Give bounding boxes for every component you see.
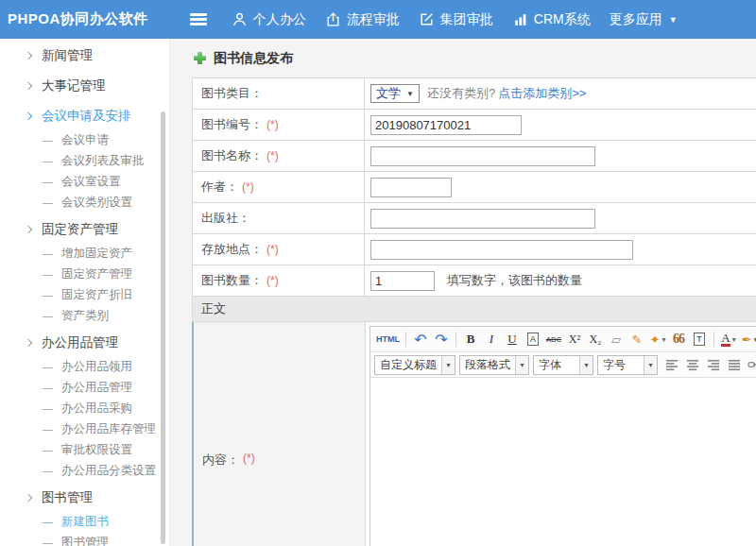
paragraph-format-select[interactable]: 段落格式▾ xyxy=(459,355,529,375)
dash-icon: — xyxy=(43,382,53,393)
dash-icon: — xyxy=(43,516,53,527)
sidebar-group-1[interactable]: 大事记管理 xyxy=(0,72,169,99)
chevron-down-icon: ▾ xyxy=(644,356,657,374)
sidebar-group: 办公用品管理—办公用品领用—办公用品管理—办公用品采购—办公用品库存管理—审批权… xyxy=(0,329,169,481)
align-center-icon[interactable] xyxy=(683,355,702,375)
font-family-select[interactable]: 字体▾ xyxy=(533,355,593,375)
subscript-icon[interactable]: X₂ xyxy=(586,330,605,350)
location-input[interactable] xyxy=(370,240,633,260)
toolbar-separator xyxy=(713,332,714,347)
location-label: 存放地点： xyxy=(201,241,263,258)
book-form: 图书类目： 文学 ▼ 还没有类别? 点击添加类别>> 图书编号： (*) xyxy=(192,77,756,546)
required-mark: (*) xyxy=(266,243,279,256)
sidebar-scrollbar[interactable] xyxy=(161,111,165,544)
book-no-input[interactable] xyxy=(370,115,522,135)
align-justify-icon[interactable] xyxy=(725,355,744,375)
sidebar-item-3-0[interactable]: —增加固定资产 xyxy=(0,243,169,264)
sidebar-item-2-0[interactable]: —会议申请 xyxy=(0,129,169,150)
book-name-input[interactable] xyxy=(370,146,595,166)
sidebar-item-2-2[interactable]: —会议室设置 xyxy=(0,171,169,192)
chevron-right-icon xyxy=(25,225,32,232)
required-mark: (*) xyxy=(242,180,254,194)
italic-icon[interactable]: I xyxy=(482,330,501,350)
sidebar-group-label: 办公用品管理 xyxy=(42,334,118,351)
nav-crm-system[interactable]: CRM系统 xyxy=(512,11,591,28)
sidebar-group-4[interactable]: 办公用品管理 xyxy=(0,329,169,356)
sidebar-group-2[interactable]: 会议申请及安排 xyxy=(0,102,169,129)
sidebar-group-label: 大事记管理 xyxy=(42,77,106,94)
font-color-icon[interactable]: A▾ xyxy=(719,330,738,350)
sidebar-item-4-4[interactable]: —审批权限设置 xyxy=(0,439,169,460)
chevron-down-icon: ▼ xyxy=(406,90,414,98)
category-select[interactable]: 文学 ▼ xyxy=(370,84,420,103)
underline-icon[interactable]: U xyxy=(503,330,522,350)
publisher-input[interactable] xyxy=(370,209,595,229)
align-right-icon[interactable] xyxy=(704,355,723,375)
sidebar-item-label: 图书管理 xyxy=(61,535,109,546)
sidebar-item-4-5[interactable]: —办公用品分类设置 xyxy=(0,460,169,481)
redo-icon[interactable]: ↷ xyxy=(432,330,451,350)
sidebar-item-4-0[interactable]: —办公用品领用 xyxy=(0,356,169,377)
sidebar-item-5-1[interactable]: —图书管理 xyxy=(0,532,169,546)
sidebar-item-2-3[interactable]: —会议类别设置 xyxy=(0,192,169,213)
book-name-label: 图书名称： xyxy=(201,147,263,164)
bold-icon[interactable]: B xyxy=(461,330,480,350)
paste-icon[interactable]: T xyxy=(690,330,709,350)
hamburger-bars xyxy=(190,13,207,16)
sidebar-item-5-0[interactable]: —新建图书 xyxy=(0,511,169,532)
add-category-link[interactable]: 点击添加类别>> xyxy=(498,85,586,102)
auto-typeset-icon[interactable]: ✦▾ xyxy=(648,330,667,350)
form-row-quantity: 图书数量： (*) 填写数字，该图书的数量 xyxy=(192,265,756,297)
required-mark: (*) xyxy=(266,149,279,162)
custom-title-select[interactable]: 自定义标题▾ xyxy=(374,355,455,375)
combo-label: 字体 xyxy=(534,356,579,374)
sidebar-group-label: 会议申请及安排 xyxy=(42,108,131,125)
author-input[interactable] xyxy=(370,178,452,197)
dash-icon: — xyxy=(43,465,53,476)
sidebar-group-0[interactable]: 新闻管理 xyxy=(0,42,169,69)
chart-icon xyxy=(512,11,528,27)
quantity-input[interactable] xyxy=(370,271,435,291)
sidebar-item-label: 固定资产管理 xyxy=(61,266,132,282)
format-painter-icon[interactable]: ✎ xyxy=(627,330,646,350)
sidebar-item-3-3[interactable]: —资产类别 xyxy=(0,305,169,326)
nav-group-approval[interactable]: 集团审批 xyxy=(419,11,493,28)
user-icon xyxy=(232,11,248,27)
font-size-select[interactable]: 字号▾ xyxy=(597,355,658,375)
sidebar-item-4-1[interactable]: —办公用品管理 xyxy=(0,377,169,398)
sidebar-group-3[interactable]: 固定资产管理 xyxy=(0,215,169,243)
dash-icon: — xyxy=(43,155,53,166)
undo-icon[interactable]: ↶ xyxy=(411,330,430,350)
nav-workflow-approval[interactable]: 流程审批 xyxy=(325,11,400,28)
sidebar-item-3-1[interactable]: —固定资产管理 xyxy=(0,264,169,284)
sidebar-item-label: 新建图书 xyxy=(61,514,109,530)
author-label: 作者： xyxy=(201,179,238,196)
sidebar-item-2-1[interactable]: —会议列表及审批 xyxy=(0,150,169,171)
strikethrough-icon[interactable]: ABC xyxy=(544,330,563,350)
sidebar-item-label: 办公用品管理 xyxy=(61,380,132,396)
sidebar-item-4-2[interactable]: —办公用品采购 xyxy=(0,398,169,418)
editor-toolbar-row2: 自定义标题▾段落格式▾字体▾字号▾ xyxy=(370,352,756,378)
sidebar-item-3-2[interactable]: —固定资产折旧 xyxy=(0,284,169,305)
combo-label: 自定义标题 xyxy=(375,356,441,374)
sidebar-item-label: 增加固定资产 xyxy=(61,246,132,262)
link-icon[interactable] xyxy=(746,355,756,375)
app-window: PHPOA协同办公软件 个人办公流程审批集团审批CRM系统更多应用▼ 新闻管理大… xyxy=(0,0,756,546)
publisher-label: 出版社： xyxy=(201,210,250,227)
sidebar: 新闻管理大事记管理会议申请及安排—会议申请—会议列表及审批—会议室设置—会议类别… xyxy=(0,39,170,546)
html-source-button[interactable]: HTML xyxy=(375,330,401,350)
sidebar-group-5[interactable]: 图书管理 xyxy=(0,484,169,511)
nav-personal-office[interactable]: 个人办公 xyxy=(232,11,306,28)
eraser-icon[interactable]: ▱ xyxy=(607,330,626,350)
menu-toggle-icon[interactable] xyxy=(190,13,209,26)
highlight-color-icon[interactable]: ✒▾ xyxy=(740,330,756,350)
body-section-header: 正文 xyxy=(192,297,756,322)
sidebar-item-4-3[interactable]: —办公用品库存管理 xyxy=(0,418,169,439)
superscript-icon[interactable]: X² xyxy=(565,330,584,350)
align-left-icon[interactable] xyxy=(662,355,681,375)
blockquote-icon[interactable]: 66 xyxy=(669,330,688,350)
editor-content-area[interactable] xyxy=(370,378,756,546)
sidebar-group-label: 固定资产管理 xyxy=(42,221,118,238)
nav-more-apps[interactable]: 更多应用▼ xyxy=(610,11,678,28)
font-border-icon[interactable]: A xyxy=(524,330,542,350)
